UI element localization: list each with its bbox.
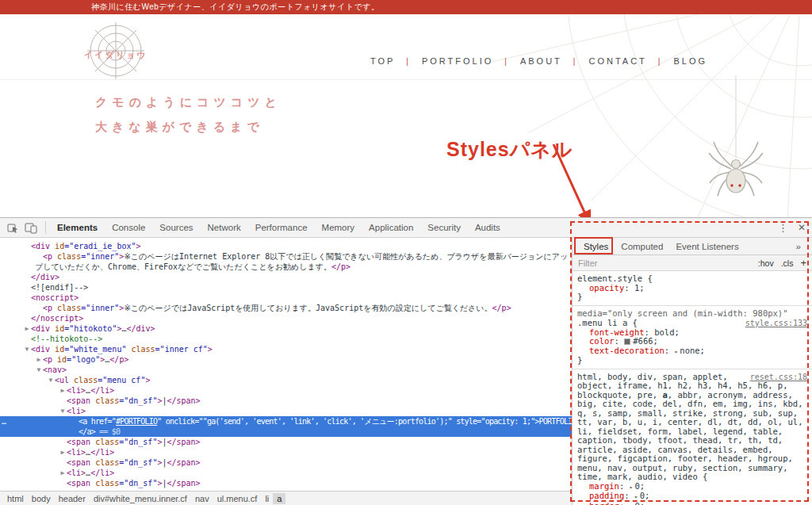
elements-pane: <div id="eradi_ie_box"><p class="inner">… [0,238,573,505]
disclosure-icon[interactable]: ▸ [630,484,634,491]
breadcrumb-item[interactable]: ul.menu.cf [213,493,262,504]
tree-row[interactable]: <p class="inner">※このページではJavaScriptを使用して… [0,303,572,313]
tree-row[interactable]: </a> == $0 [0,427,572,437]
nav-item-blog[interactable]: BLOG [662,56,718,66]
sidebar-tab-event-listeners[interactable]: Event Listeners [669,238,745,255]
devtools-tab-security[interactable]: Security [420,218,468,237]
toolbar-divider [45,221,46,234]
tree-row[interactable]: ▶<div id="hitokoto">…</div> [0,323,572,334]
twisty-icon[interactable]: ▶ [59,468,67,478]
overflow-ellipsis: … [2,416,6,427]
twisty-icon[interactable]: ▼ [47,375,55,385]
tree-row[interactable]: ▼<div id="white_menu" class="inner cf"> [0,344,572,354]
styles-sidebar: StylesComputedEvent Listeners» Filter :h… [573,238,812,505]
tree-row[interactable]: <span class="dn_sf">|</span> [0,478,572,488]
tree-row[interactable]: ▼<nav> [0,365,572,375]
catchphrase: クモのようにコツコツと 大きな巣ができるまで [95,90,282,139]
rule-selector: reset.css:18html, body, div, span, apple… [577,373,807,482]
site-hero: イイダリョウ TOP|PORTFOLIO|ABOUT|CONTACT|BLOG … [0,14,812,217]
overflow-tabs-icon[interactable]: » [790,238,807,255]
twisty-icon[interactable]: ▶ [59,385,67,396]
tree-row[interactable]: <span class="dn_sf">|</span> [0,457,572,468]
device-toolbar-icon[interactable] [23,220,39,235]
color-swatch[interactable] [624,339,630,345]
tree-row[interactable]: </div> [0,272,572,282]
catchphrase-line-1: クモのようにコツコツと [95,90,282,114]
disclosure-icon[interactable]: ▸ [634,493,638,500]
tree-row[interactable]: ▼<ul class="menu cf"> [0,375,572,385]
devtools-tab-memory[interactable]: Memory [315,218,362,237]
sidebar-tab-styles[interactable]: Styles [577,238,615,255]
tree-row[interactable]: ▶<li>…</li> [0,385,572,396]
tree-row[interactable]: <span class="dn_sf">|</span> [0,437,572,447]
inspect-icon[interactable] [5,220,21,235]
catchphrase-line-2: 大きな巣ができるまで [95,114,282,139]
tree-row[interactable]: ▶<li>…</li> [0,468,572,478]
tree-row[interactable]: ▶<li>…</li> [0,447,572,457]
site-logo-text[interactable]: イイダリョウ [84,49,147,61]
breadcrumb-item[interactable]: nav [191,493,213,504]
more-options-icon[interactable]: ⋮ [778,222,788,234]
css-property[interactable]: opacity: 1; [577,284,807,293]
twisty-icon[interactable]: ▼ [35,365,43,375]
nav-item-about[interactable]: ABOUT [509,56,573,66]
tree-row[interactable]: <noscript> [0,293,572,303]
tree-row[interactable]: <div id="eradi_ie_box"> [0,241,572,251]
breadcrumb-item[interactable]: header [55,493,90,504]
css-property[interactable]: border: ▸0; [577,502,807,505]
devtools-tab-console[interactable]: Console [105,218,152,237]
devtools-tab-elements[interactable]: Elements [50,218,105,237]
devtools-tab-network[interactable]: Network [201,218,248,237]
stylesheet-link[interactable]: style.css:133 [745,319,807,328]
devtools-tab-application[interactable]: Application [362,218,420,237]
site-nav: TOP|PORTFOLIO|ABOUT|CONTACT|BLOG [359,56,718,66]
styles-rules: element.style {opacity: 1;}media="only s… [573,271,812,505]
nav-item-portfolio[interactable]: PORTFOLIO [411,56,504,66]
devtools-tab-sources[interactable]: Sources [152,218,200,237]
annotation-arrow-icon [547,140,603,217]
tree-row[interactable]: ▼<li> [0,406,572,416]
devtools-tab-audits[interactable]: Audits [468,218,508,237]
class-toggle-button[interactable]: .cls [781,258,794,268]
tree-row[interactable]: ▶<p id="logo">…</p> [0,354,572,365]
nav-item-contact[interactable]: CONTACT [577,56,657,66]
close-icon[interactable]: ✕ [798,222,806,233]
pseudo-state-button[interactable]: :hov [758,258,774,268]
elements-tree: <div id="eradi_ie_box"><p class="inner">… [0,238,572,491]
top-banner: 神奈川に住むWebデザイナー、イイダリョウのポートフォリオサイトです。 [0,0,812,14]
tree-row[interactable]: …<a href="#PORTFOLIO" onclick=""ga('send… [0,416,572,427]
tree-row[interactable]: <![endif]--> [0,282,572,293]
devtools-panel: ElementsConsoleSourcesNetworkPerformance… [0,217,812,505]
styles-filter-input[interactable]: Filter [578,258,758,268]
devtools-body: <div id="eradi_ie_box"><p class="inner">… [0,238,812,505]
tree-row[interactable]: </noscript> [0,313,572,323]
style-rule: media="only screen and (min-width: 980px… [573,306,812,369]
breadcrumb-item[interactable]: li [261,493,273,504]
sidebar-tab-computed[interactable]: Computed [615,238,669,255]
twisty-icon[interactable]: ▶ [35,354,43,365]
style-rule: element.style {opacity: 1;} [573,271,812,306]
tree-row[interactable]: <p class="inner">※このページはInternet Explore… [0,251,572,272]
media-query: media="only screen and (min-width: 980px… [577,309,807,319]
tree-row[interactable]: <span class="dn_sf">|</span> [0,396,572,406]
tree-row[interactable]: <!--hitokoto--> [0,334,572,344]
style-rule: reset.css:18html, body, div, span, apple… [573,369,812,505]
disclosure-icon[interactable]: ▸ [674,348,678,355]
breadcrumb-item[interactable]: html [3,493,28,504]
sidebar-tabs: StylesComputedEvent Listeners» [573,238,812,255]
twisty-icon[interactable]: ▶ [23,323,31,334]
breadcrumb-item[interactable]: body [28,493,55,504]
twisty-icon[interactable]: ▼ [59,406,67,416]
new-style-rule-button[interactable]: + [800,257,806,269]
devtools-tab-performance[interactable]: Performance [248,218,315,237]
devtools-tabs: ElementsConsoleSourcesNetworkPerformance… [50,218,508,237]
breadcrumb-item[interactable]: a [273,493,285,504]
breadcrumb-item[interactable]: div#white_menu.inner.cf [90,493,191,504]
styles-filter-controls: :hov .cls + [758,257,806,269]
spider-icon [708,75,764,210]
twisty-icon[interactable]: ▼ [23,344,31,354]
breadcrumb: htmlbodyheaderdiv#white_menu.inner.cfnav… [0,491,572,505]
nav-item-top[interactable]: TOP [359,56,406,66]
css-property[interactable]: text-decoration: ▸none; [577,346,807,357]
twisty-icon[interactable]: ▶ [59,447,67,457]
